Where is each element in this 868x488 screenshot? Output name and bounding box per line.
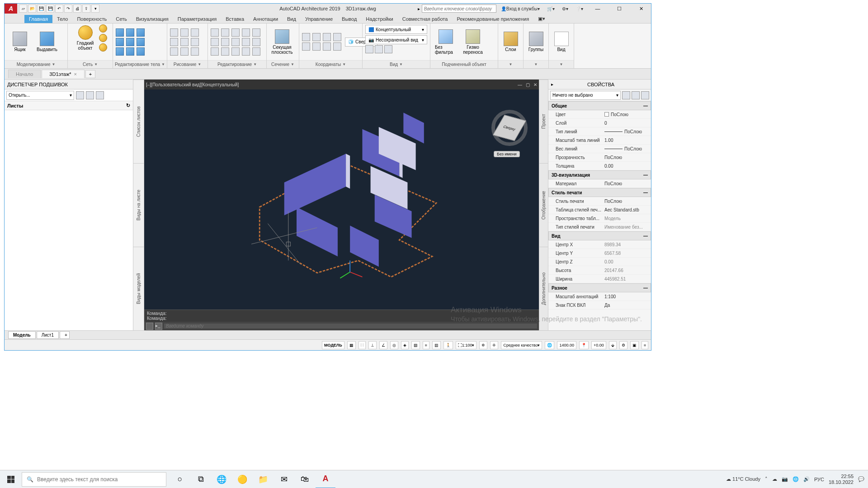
layers-button[interactable]: Слои xyxy=(501,31,520,53)
modify-icon[interactable] xyxy=(231,28,240,37)
mesh-icon-1[interactable] xyxy=(99,24,107,33)
prop-row[interactable]: Масштаб аннотаций1:100 xyxy=(548,292,651,301)
taskview-icon[interactable]: ⧉ xyxy=(191,470,211,488)
coord-icon[interactable] xyxy=(323,42,331,51)
chrome-icon[interactable]: 🟡 xyxy=(232,470,252,488)
draw-icon[interactable] xyxy=(191,38,199,46)
ortho-toggle[interactable]: ⊥ xyxy=(368,341,377,349)
ribbon-tab-addins[interactable]: Надстройки xyxy=(361,15,397,23)
sheets-header[interactable]: Листы↻ xyxy=(5,101,133,110)
coord-icon[interactable] xyxy=(333,42,341,51)
ribbon-tab-insert[interactable]: Вставка xyxy=(221,15,249,23)
prop-row[interactable]: Тип стилей печатиИменование без... xyxy=(548,223,651,231)
bodyedit-icon[interactable] xyxy=(126,47,134,56)
prop-row[interactable]: ЦветПоСлою xyxy=(548,110,651,119)
panel-view-title[interactable]: Вид▼ xyxy=(363,60,430,68)
quality-dropdown[interactable]: Среднее качество ▾ xyxy=(501,341,542,349)
ribbon-tab-surface[interactable]: Поверхность xyxy=(72,15,111,23)
grid-toggle[interactable]: ▦ xyxy=(347,341,356,349)
vp-maximize-icon[interactable]: ▢ xyxy=(526,82,530,87)
qat-print-icon[interactable]: 🖨 xyxy=(73,5,81,13)
panel-draw-title[interactable]: Рисование▼ xyxy=(167,60,208,68)
prop-tb-icon[interactable] xyxy=(632,91,640,99)
qat-saveas-icon[interactable]: 💾 xyxy=(46,5,54,13)
command-input[interactable] xyxy=(164,324,537,328)
ribbon-tab-expand[interactable]: ▣▾ xyxy=(533,14,550,23)
draw-icon[interactable] xyxy=(191,47,199,56)
panel-section-title[interactable]: Сечение▼ xyxy=(267,60,299,68)
exchange-icon[interactable]: 🛒▾ xyxy=(544,5,557,13)
modify-icon[interactable] xyxy=(242,47,250,56)
vtab-modelviews[interactable]: Виды моделей xyxy=(133,247,144,330)
viewpanel-button[interactable]: Вид xyxy=(552,31,571,53)
panel-layers-title[interactable]: ▼ xyxy=(498,60,523,68)
prop-vtab-project[interactable]: Проект xyxy=(539,80,548,163)
prop-row[interactable]: Таблица стилей печ...Aec Standard.stb xyxy=(548,206,651,214)
panel-selection-title[interactable]: Подчиненный объект xyxy=(430,60,498,68)
qat-undo-icon[interactable]: ↶ xyxy=(55,5,63,13)
viewcube-label[interactable]: Без имени xyxy=(494,151,520,157)
draw-icon[interactable] xyxy=(180,28,189,37)
prop-row[interactable]: Масштаб типа линий1.00 xyxy=(548,136,651,145)
cmd-wrench-icon[interactable] xyxy=(146,323,153,330)
nofilter-button[interactable]: Без фильтра xyxy=(433,28,458,56)
coord-icon[interactable] xyxy=(312,33,321,41)
panel-coords-title[interactable]: Координаты▼ xyxy=(299,60,362,68)
mesh-icon-2[interactable] xyxy=(99,34,107,42)
meetnow-icon[interactable]: 📷 xyxy=(782,476,788,482)
draw-icon[interactable] xyxy=(180,47,189,56)
elev-icon[interactable]: 📍 xyxy=(579,341,589,349)
sheet-tb-icon[interactable] xyxy=(76,91,84,99)
ribbon-tab-collab[interactable]: Совместная работа xyxy=(398,15,453,23)
sheet-open-dropdown[interactable]: Открыть...▾ xyxy=(6,91,74,100)
draw-icon[interactable] xyxy=(170,38,178,46)
prop-row[interactable]: Центр Z0.00 xyxy=(548,258,651,266)
panel-modify-title[interactable]: Редактирование▼ xyxy=(208,60,266,68)
minimize-button[interactable]: — xyxy=(588,4,608,14)
app-icon[interactable]: A xyxy=(5,4,17,14)
prop-group-viz[interactable]: 3D-визуализация— xyxy=(548,170,651,179)
prop-row[interactable]: Тип линийПоСлою xyxy=(548,127,651,136)
modify-icon[interactable] xyxy=(211,47,219,56)
view-icon[interactable] xyxy=(384,45,392,53)
draw-icon[interactable] xyxy=(180,38,189,46)
extrude-button[interactable]: Выдавить xyxy=(34,31,60,53)
ribbon-tab-manage[interactable]: Управление xyxy=(301,15,337,23)
qat-workspace-dd[interactable]: ▾ xyxy=(91,5,99,13)
viewport-label[interactable]: [–][Пользовательский вид][Концептуальный… xyxy=(146,82,239,87)
panel-mesh-title[interactable]: Сеть▼ xyxy=(68,60,113,68)
sectionplane-button[interactable]: Секущая плоскость xyxy=(269,28,295,56)
3dosnap-toggle[interactable]: ◈ xyxy=(401,341,409,349)
modify-icon[interactable] xyxy=(252,38,260,46)
modify-icon[interactable] xyxy=(211,38,219,46)
vp-minimize-icon[interactable]: — xyxy=(518,82,522,87)
prop-row[interactable]: Знак ПСК ВКЛДа xyxy=(548,301,651,310)
addscale-icon[interactable]: ✛ xyxy=(490,341,498,349)
weather-widget[interactable]: ☁ 11°C Cloudy xyxy=(726,476,760,482)
vp-close-icon[interactable]: ✕ xyxy=(533,82,537,87)
model-tab[interactable]: Модель xyxy=(8,331,36,339)
prop-row[interactable]: Вес линийПоСлою xyxy=(548,145,651,153)
selection-dropdown[interactable]: Ничего не выбрано▾ xyxy=(550,91,621,100)
panel-bodyedit-title[interactable]: Редактирование тела▼ xyxy=(113,60,167,68)
view-icon[interactable] xyxy=(365,45,373,53)
ribbon-tab-solid[interactable]: Тело xyxy=(52,15,73,23)
tab-close-icon[interactable]: × xyxy=(74,71,77,77)
start-tab[interactable]: Начало xyxy=(8,70,41,78)
panel-modeling-title[interactable]: Моделирование▼ xyxy=(5,60,67,68)
clean-icon[interactable]: ▣ xyxy=(630,341,639,349)
ribbon-tab-view[interactable]: Вид xyxy=(283,15,301,23)
modify-icon[interactable] xyxy=(231,47,240,56)
savedview-dropdown[interactable]: 📷 Несохраненный вид ▾ xyxy=(365,35,427,44)
modify-icon[interactable] xyxy=(242,38,250,46)
taskbar-clock[interactable]: 22:55 18.10.2022 xyxy=(829,474,854,484)
modify-icon[interactable] xyxy=(221,28,229,37)
help-icon[interactable]: ❔▾ xyxy=(573,5,586,13)
language-indicator[interactable]: РУС xyxy=(814,477,824,482)
walkfly-icon[interactable]: 🚶 xyxy=(443,341,453,349)
3d-viewport[interactable]: Сверху Без имени xyxy=(144,89,539,310)
cortana-icon[interactable]: ○ xyxy=(170,470,190,488)
box-button[interactable]: Ящик xyxy=(7,31,33,53)
snap-toggle[interactable]: ⸬ xyxy=(359,341,366,349)
edge-icon[interactable]: 🌐 xyxy=(212,470,231,488)
